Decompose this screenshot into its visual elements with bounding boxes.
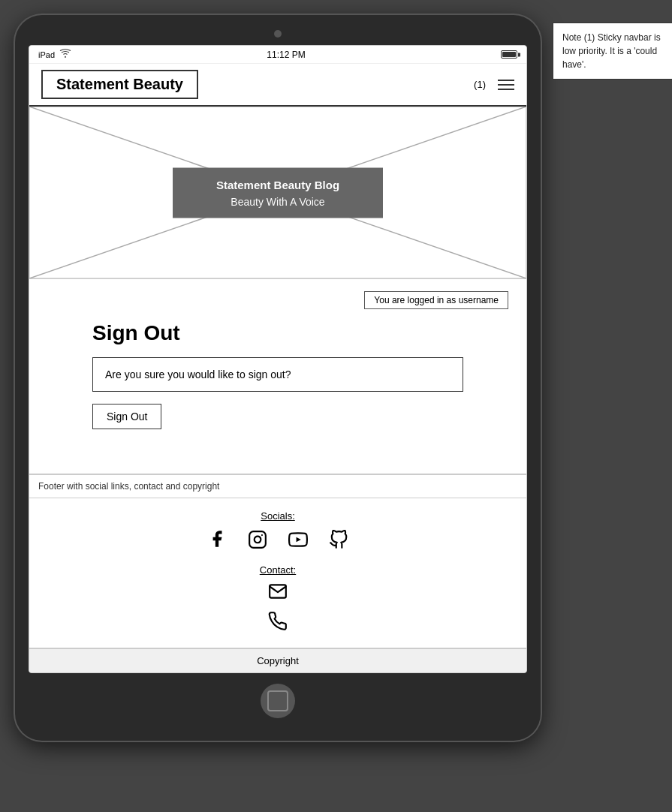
main-content: You are logged in as username Sign Out A… bbox=[29, 279, 526, 474]
phone-icon[interactable] bbox=[268, 612, 288, 636]
note-box: Note (1) Sticky navbar is low priority. … bbox=[553, 23, 672, 80]
hamburger-icon[interactable] bbox=[498, 80, 514, 90]
footer-label-bar: Footer with social links, contact and co… bbox=[29, 474, 526, 498]
ipad-camera bbox=[274, 30, 282, 38]
footer: Socials: bbox=[29, 498, 526, 648]
socials-label: Socials: bbox=[38, 510, 517, 522]
logged-in-badge: You are logged in as username bbox=[364, 291, 508, 309]
github-icon[interactable] bbox=[329, 530, 348, 554]
facebook-icon[interactable] bbox=[207, 529, 227, 554]
hero-subtitle: Beauty With A Voice bbox=[203, 195, 353, 207]
email-icon[interactable] bbox=[268, 582, 288, 606]
svg-rect-3 bbox=[249, 531, 266, 548]
sign-out-button[interactable]: Sign Out bbox=[92, 404, 161, 429]
youtube-icon[interactable] bbox=[288, 530, 308, 554]
time-display: 11:12 PM bbox=[267, 50, 305, 60]
note-text: Note (1) Sticky navbar is low priority. … bbox=[562, 32, 661, 70]
ipad-label: iPad bbox=[38, 50, 55, 59]
social-icons-row bbox=[38, 529, 517, 554]
copyright-bar: Copyright bbox=[29, 648, 526, 672]
ipad-screen: iPad 11:12 PM St bbox=[29, 45, 527, 673]
sign-out-confirmation: Are you sure you would like to sign out? bbox=[92, 357, 463, 392]
home-button[interactable] bbox=[261, 684, 295, 718]
contact-icons bbox=[38, 582, 517, 636]
navbar-logo[interactable]: Statement Beauty bbox=[41, 70, 198, 99]
hero-title: Statement Beauty Blog bbox=[203, 178, 353, 191]
sign-out-heading: Sign Out bbox=[47, 321, 508, 345]
navbar: Statement Beauty (1) bbox=[29, 64, 526, 107]
wifi-icon bbox=[59, 49, 71, 60]
ipad-frame: iPad 11:12 PM St bbox=[15, 15, 541, 741]
navbar-badge: (1) bbox=[474, 79, 486, 90]
hero-section: Statement Beauty Blog Beauty With A Voic… bbox=[29, 107, 526, 279]
hero-overlay: Statement Beauty Blog Beauty With A Voic… bbox=[173, 167, 383, 218]
svg-marker-5 bbox=[297, 537, 301, 542]
battery-icon bbox=[501, 50, 517, 59]
instagram-icon[interactable] bbox=[248, 530, 267, 554]
home-button-inner bbox=[267, 690, 288, 711]
contact-label: Contact: bbox=[38, 564, 517, 576]
status-bar: iPad 11:12 PM bbox=[29, 46, 526, 64]
